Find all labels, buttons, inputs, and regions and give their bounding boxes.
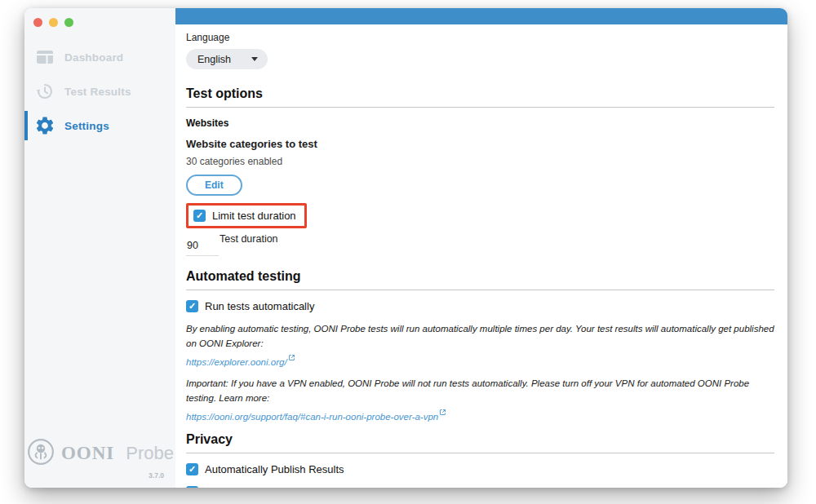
divider <box>186 290 774 290</box>
divider <box>186 107 774 108</box>
vpn-faq-link[interactable]: https://ooni.org/support/faq/#can-i-run-… <box>186 412 438 422</box>
run-tests-automatically-row: Run tests automatically <box>186 300 774 312</box>
websites-title: Websites <box>186 117 774 129</box>
publish-results-row: Automatically Publish Results <box>186 463 774 475</box>
publish-results-label: Automatically Publish Results <box>205 463 344 475</box>
explorer-link[interactable]: https://explorer.ooni.org/ <box>186 356 287 366</box>
language-select[interactable]: English <box>186 49 268 69</box>
ooni-logo: OONI Probe 3.7.0 <box>24 437 175 480</box>
language-selected-value: English <box>197 54 231 65</box>
history-icon <box>34 81 55 102</box>
test-duration-label: Test duration <box>220 232 278 245</box>
external-link-icon <box>288 353 295 363</box>
zoom-button[interactable] <box>64 18 73 27</box>
close-button[interactable] <box>33 18 42 27</box>
publish-results-checkbox[interactable] <box>186 463 198 475</box>
website-categories-label: Website categories to test <box>186 138 774 150</box>
crash-reports-row: Send crash reports <box>186 486 774 488</box>
minimize-button[interactable] <box>49 18 58 27</box>
sidebar-item-label: Settings <box>64 120 109 132</box>
sidebar-item-test-results[interactable]: Test Results <box>24 74 175 108</box>
chevron-down-icon <box>251 57 258 61</box>
automated-testing-heading: Automated testing <box>186 269 774 284</box>
categories-enabled-status: 30 categories enabled <box>186 156 774 167</box>
crash-reports-label: Send crash reports <box>205 486 295 488</box>
auto-testing-info-text: By enabling automatic testing, OONI Prob… <box>186 324 774 348</box>
sidebar: Dashboard Test Results <box>24 8 175 488</box>
dashboard-icon <box>34 46 55 68</box>
crash-reports-checkbox[interactable] <box>186 486 198 488</box>
auto-testing-info-paragraph: By enabling automatic testing, OONI Prob… <box>186 322 774 369</box>
octopus-logo-icon <box>26 437 55 470</box>
edit-button[interactable]: Edit <box>186 175 242 196</box>
sidebar-item-label: Dashboard <box>64 51 123 64</box>
sidebar-item-dashboard[interactable]: Dashboard <box>24 40 175 74</box>
limit-test-duration-checkbox[interactable] <box>193 210 206 222</box>
app-window: Dashboard Test Results <box>24 8 787 488</box>
vpn-warning-paragraph: Important: If you have a VPN enabled, OO… <box>186 377 774 424</box>
header-bar <box>175 8 787 24</box>
main-panel: Language English Test options Websites W… <box>175 8 787 488</box>
privacy-heading: Privacy <box>186 432 774 447</box>
language-label: Language <box>186 32 774 43</box>
sidebar-item-settings[interactable]: Settings <box>24 108 175 143</box>
external-link-icon <box>439 408 446 418</box>
test-options-heading: Test options <box>186 86 774 101</box>
window-controls <box>24 8 175 27</box>
test-duration-field: 90 Test duration <box>186 232 774 256</box>
test-duration-input[interactable]: 90 <box>186 232 219 256</box>
active-indicator <box>24 111 28 140</box>
sidebar-item-label: Test Results <box>64 86 131 98</box>
vpn-warning-text: Important: If you have a VPN enabled, OO… <box>186 378 749 403</box>
limit-test-duration-row: Limit test duration <box>193 210 296 222</box>
run-tests-automatically-checkbox[interactable] <box>186 300 198 312</box>
run-tests-automatically-label: Run tests automatically <box>205 300 314 312</box>
settings-content: Language English Test options Websites W… <box>175 24 787 488</box>
logo-product-text: Probe <box>126 443 174 464</box>
divider <box>186 453 774 453</box>
limit-test-duration-label: Limit test duration <box>212 210 296 222</box>
sidebar-nav: Dashboard Test Results <box>24 40 175 143</box>
gear-icon <box>34 115 55 136</box>
highlight-box: Limit test duration <box>186 203 307 228</box>
logo-version: 3.7.0 <box>36 471 164 480</box>
logo-brand-text: OONI <box>61 443 114 464</box>
